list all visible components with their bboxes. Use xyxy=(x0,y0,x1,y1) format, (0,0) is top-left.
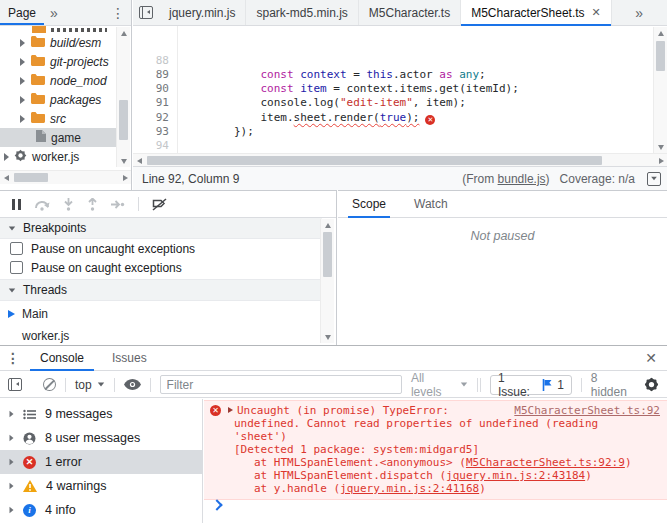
inline-error-icon[interactable]: ✕ xyxy=(425,115,435,125)
tree-item-folder[interactable]: git-projects xyxy=(0,52,117,71)
expand-arrow-icon[interactable] xyxy=(20,58,25,66)
breakpoints-section-header[interactable]: Breakpoints xyxy=(0,218,322,239)
close-tab-icon[interactable]: ✕ xyxy=(592,6,601,19)
bundle-link[interactable]: bundle.js xyxy=(498,172,546,186)
expand-arrow-icon[interactable] xyxy=(20,96,25,104)
code-line[interactable]: 94 xyxy=(133,139,653,153)
tree-item-worker[interactable]: worker.js xyxy=(0,147,117,166)
step-into-icon[interactable] xyxy=(63,198,74,211)
folder-icon xyxy=(31,74,45,88)
context-selector[interactable]: top xyxy=(75,378,105,392)
tab-page[interactable]: Page xyxy=(0,0,44,25)
line-number[interactable]: 91 xyxy=(133,96,181,110)
expand-error-arrow-icon[interactable] xyxy=(228,407,233,413)
console-error-message[interactable]: ✕ Uncaught (in promise) TypeError: M5Cha… xyxy=(204,400,667,500)
step-out-icon[interactable] xyxy=(87,198,98,211)
line-number[interactable]: 88 xyxy=(133,54,181,68)
stack-link[interactable]: M5CharacterSheet.ts:92:9 xyxy=(466,456,625,469)
step-over-icon[interactable] xyxy=(34,198,50,211)
sidebar-item-user-messages[interactable]: 8 user messages xyxy=(0,426,202,450)
clear-console-icon[interactable] xyxy=(43,378,56,391)
code-line[interactable]: 93 }); xyxy=(133,125,653,139)
error-icon: ✕ xyxy=(210,405,221,416)
tree-item-folder[interactable]: build/esm xyxy=(0,33,117,52)
expand-arrow-icon[interactable] xyxy=(4,153,9,161)
console-prompt[interactable] xyxy=(204,492,667,518)
line-number[interactable]: 90 xyxy=(133,82,181,96)
code-line[interactable]: 91 console.log("edit-item", item); xyxy=(133,96,653,110)
tree-item-folder[interactable]: packages xyxy=(0,90,117,109)
pause-icon[interactable] xyxy=(12,199,21,210)
filter-input[interactable] xyxy=(160,375,402,394)
stack-link[interactable]: jquery.min.js:2:43184 xyxy=(446,469,585,482)
sidebar-item-info[interactable]: i 4 info xyxy=(0,498,202,522)
tree-item-file-selected[interactable]: game xyxy=(0,128,117,147)
tab-console[interactable]: Console xyxy=(38,346,86,370)
tree-horizontal-scrollbar[interactable] xyxy=(0,170,131,184)
tab-spark-md5[interactable]: spark-md5.min.js xyxy=(246,0,358,25)
threads-section-header[interactable]: Threads xyxy=(0,279,322,301)
stack-frame: at HTMLSpanElement.<anonymous> (M5Charac… xyxy=(204,456,660,469)
sidebar-item-all-messages[interactable]: 9 messages xyxy=(0,402,202,426)
line-number[interactable]: 93 xyxy=(133,125,181,139)
eye-icon[interactable] xyxy=(124,379,141,390)
debugger-sections: Breakpoints Pause on uncaught exceptions… xyxy=(0,218,322,345)
deactivate-breakpoints-icon[interactable] xyxy=(152,198,167,211)
expand-arrow-icon[interactable] xyxy=(20,39,25,47)
expand-status-icon[interactable] xyxy=(647,172,661,186)
step-icon[interactable] xyxy=(111,199,125,210)
code-line[interactable]: 88 xyxy=(133,54,653,68)
console-messages: ✕ Uncaught (in promise) TypeError: M5Cha… xyxy=(204,399,667,523)
code-editor[interactable]: 8889 const context = this.actor as any;9… xyxy=(133,26,653,153)
line-number[interactable]: 89 xyxy=(133,68,181,82)
file-tree: build/esm git-projects node_mod packages xyxy=(0,26,117,168)
editor-tab-bar: jquery.min.js spark-md5.min.js M5Charact… xyxy=(133,0,667,26)
navigator-menu-icon[interactable]: ⋮ xyxy=(105,5,131,21)
tab-watch[interactable]: Watch xyxy=(414,191,448,217)
drawer-menu-icon[interactable]: ⋮ xyxy=(0,346,26,370)
log-levels-selector[interactable]: All levels xyxy=(411,371,468,399)
file-icon xyxy=(36,130,46,145)
editor-vertical-scrollbar[interactable] xyxy=(653,27,667,153)
tree-item-clipped[interactable] xyxy=(0,26,117,33)
code-line[interactable]: 90 const item = context.items.get(itemId… xyxy=(133,82,653,96)
console-settings-gear-icon[interactable] xyxy=(644,377,659,392)
checkbox[interactable] xyxy=(10,242,23,255)
sidebar-item-warnings[interactable]: 4 warnings xyxy=(0,474,202,498)
debugger-vertical-scrollbar[interactable] xyxy=(320,219,334,343)
pause-uncaught-row[interactable]: Pause on uncaught exceptions xyxy=(0,239,322,258)
issues-counter-button[interactable]: 1 Issue: 1 xyxy=(490,375,572,395)
tree-vertical-scrollbar[interactable] xyxy=(116,27,130,167)
tab-m5character[interactable]: M5Character.ts xyxy=(359,0,461,25)
pause-caught-row[interactable]: Pause on caught exceptions xyxy=(0,258,322,277)
console-body: 9 messages 8 user messages ✕ 1 error 4 w… xyxy=(0,399,667,523)
expand-arrow-icon[interactable] xyxy=(20,77,25,85)
expand-arrow-icon xyxy=(10,459,14,465)
console-tab-bar: ⋮ Console Issues ✕ xyxy=(0,346,667,371)
tab-jquery[interactable]: jquery.min.js xyxy=(159,0,246,25)
expand-arrow-icon[interactable] xyxy=(20,115,25,123)
code-line[interactable]: 92 item.sheet.render(true);✕ xyxy=(133,111,653,125)
thread-main-row[interactable]: Main xyxy=(0,304,322,323)
tree-item-folder[interactable]: node_mod xyxy=(0,71,117,90)
more-editor-tabs-icon[interactable]: » xyxy=(629,0,649,25)
checkbox[interactable] xyxy=(10,261,23,274)
code-text: item.sheet.render(true);✕ xyxy=(181,111,435,125)
code-line[interactable]: 89 const context = this.actor as any; xyxy=(133,68,653,82)
editor-status-bar: Line 92, Column 9 (From bundle.js) Cover… xyxy=(133,166,667,190)
tab-issues[interactable]: Issues xyxy=(110,346,149,370)
editor-horizontal-scrollbar[interactable] xyxy=(133,153,667,167)
line-number[interactable]: 92 xyxy=(133,111,181,125)
toggle-navigator-icon[interactable] xyxy=(133,0,159,25)
thread-worker-row[interactable]: worker.js xyxy=(0,326,322,345)
tab-m5charactersheet[interactable]: M5CharacterSheet.ts ✕ xyxy=(461,0,612,25)
code-text: }); xyxy=(181,125,254,139)
close-drawer-icon[interactable]: ✕ xyxy=(639,346,663,370)
tab-scope[interactable]: Scope xyxy=(352,191,386,217)
error-source-link[interactable]: M5CharacterSheet.ts:92 xyxy=(506,404,660,417)
tree-item-folder[interactable]: src xyxy=(0,109,117,128)
line-number[interactable]: 94 xyxy=(133,139,181,153)
more-navigator-tabs-icon[interactable]: » xyxy=(44,5,64,21)
sidebar-item-errors[interactable]: ✕ 1 error xyxy=(0,450,202,474)
console-sidebar-toggle-icon[interactable] xyxy=(8,378,22,391)
